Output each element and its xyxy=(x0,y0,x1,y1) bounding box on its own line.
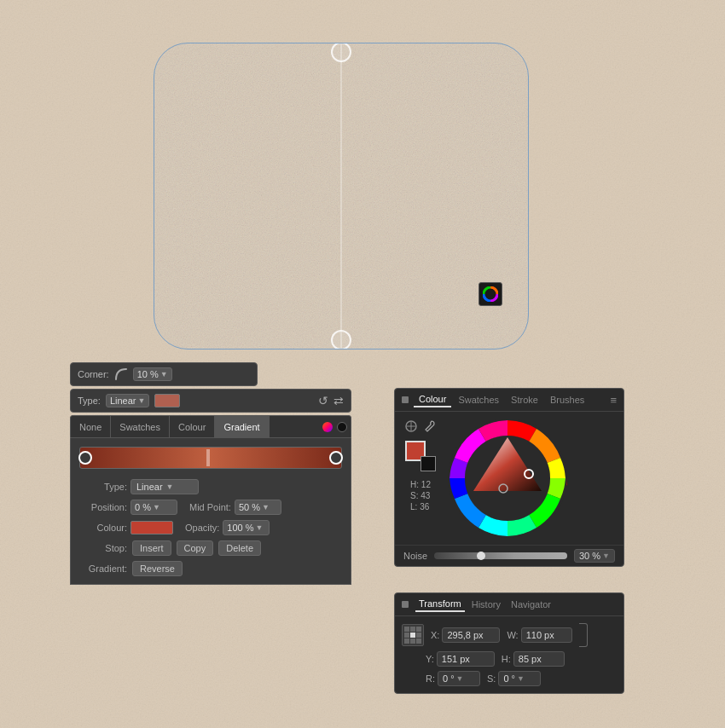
tab-gradient[interactable]: Gradient xyxy=(215,416,269,437)
h-input[interactable]: 85 px xyxy=(513,651,565,667)
position-dropdown[interactable]: 0 % ▼ xyxy=(130,500,177,515)
gradient-stop-left[interactable] xyxy=(78,451,92,465)
gradient-reverse-row: Gradient: Reverse xyxy=(71,558,351,579)
align-grid[interactable] xyxy=(402,624,424,646)
tab-stroke-right[interactable]: Stroke xyxy=(506,393,543,407)
tool-row-1 xyxy=(403,419,438,434)
pipette-btn[interactable] xyxy=(422,419,438,434)
tab-colour-active[interactable]: Colour xyxy=(414,392,451,407)
tab-swatches[interactable]: Swatches xyxy=(111,416,170,437)
colour-swatch[interactable] xyxy=(130,521,173,534)
copy-btn[interactable]: Copy xyxy=(177,540,214,556)
transform-row-1: X: 295,8 px W: 110 px xyxy=(402,623,617,647)
tab-brushes-right[interactable]: Brushes xyxy=(545,393,589,407)
y-input[interactable]: 151 px xyxy=(437,651,495,667)
type-color-swatch[interactable] xyxy=(154,394,180,407)
gradient-fields: Type: Linear ▼ Position: 0 % ▼ Mid Point… xyxy=(70,473,351,585)
corner-bar: Corner: 10 % ▼ xyxy=(70,362,258,386)
midpoint-label: Mid Point: xyxy=(189,502,231,512)
position-label: Position: xyxy=(78,502,127,512)
corner-type-icon xyxy=(114,367,128,381)
type-label: Type: xyxy=(78,396,101,406)
delete-btn[interactable]: Delete xyxy=(218,540,261,556)
x-input[interactable]: 295,8 px xyxy=(442,627,500,643)
tab-colour[interactable]: Colour xyxy=(170,416,215,437)
gradient-bar-section xyxy=(70,438,351,475)
hsl-values: H: 12 S: 43 L: 36 xyxy=(410,480,431,511)
opacity-dropdown[interactable]: 100 % ▼ xyxy=(223,520,270,535)
noise-row: Noise 30 % ▼ xyxy=(395,545,624,566)
colour-tools: H: 12 S: 43 L: 36 xyxy=(402,419,439,538)
canvas-area xyxy=(145,26,537,350)
stop-label: Stop: xyxy=(78,543,127,553)
noise-label: Noise xyxy=(403,551,427,561)
w-field-group: W: 110 px xyxy=(507,627,571,643)
swatch-bg[interactable] xyxy=(420,456,436,471)
h-value: H: 12 xyxy=(410,480,431,489)
swatch-pair xyxy=(405,441,436,471)
w-input[interactable]: 110 px xyxy=(521,627,572,643)
stop-row: Stop: Insert Copy Delete xyxy=(71,538,351,558)
transform-header: Transform History Navigator xyxy=(395,593,624,616)
transform-drag-handle xyxy=(402,601,409,608)
w-label: W: xyxy=(507,630,518,640)
noise-value-dropdown[interactable]: 30 % ▼ xyxy=(574,549,615,563)
eyedropper-btn[interactable] xyxy=(403,419,419,434)
gradient-handle-bottom[interactable] xyxy=(331,330,351,350)
insert-btn[interactable]: Insert xyxy=(132,540,171,556)
tab-icons xyxy=(318,416,351,437)
transform-body: X: 295,8 px W: 110 px Y: 151 px H: 85 px xyxy=(395,616,624,693)
h-field-group: H: 85 px xyxy=(502,651,565,667)
tab-transform[interactable]: Transform xyxy=(415,597,465,612)
corner-label: Corner: xyxy=(78,369,109,379)
wh-link-icon[interactable] xyxy=(579,623,588,647)
l-value: L: 36 xyxy=(410,502,431,511)
type-dropdown[interactable]: Linear ▼ xyxy=(106,394,150,407)
colour-panel-header: Colour Swatches Stroke Brushes ≡ xyxy=(395,389,624,412)
s-dropdown[interactable]: 0 ° ▼ xyxy=(498,671,541,686)
gradient-type-dropdown[interactable]: Linear ▼ xyxy=(130,479,199,494)
opacity-label: Opacity: xyxy=(185,523,219,533)
svg-point-1 xyxy=(322,422,333,432)
panel-menu-icon[interactable]: ≡ xyxy=(610,394,617,407)
tab-none[interactable]: None xyxy=(71,416,111,437)
transform-panel: Transform History Navigator X: 295,8 px xyxy=(394,592,624,694)
gradient-type-row: Type: Linear ▼ xyxy=(71,477,351,497)
s-value: S: 43 xyxy=(410,491,431,500)
tab-circle-dark xyxy=(337,422,347,432)
tab-history[interactable]: History xyxy=(468,598,504,611)
tab-swatches-right[interactable]: Swatches xyxy=(453,393,504,407)
gradient-handle-top[interactable] xyxy=(331,43,351,62)
s-label: S: xyxy=(487,673,496,684)
swap-btn[interactable]: ⇄ xyxy=(334,394,344,407)
colour-body: H: 12 S: 43 L: 36 xyxy=(395,412,624,545)
noise-slider-handle[interactable] xyxy=(477,552,485,560)
x-field-group: X: 295,8 px xyxy=(431,627,500,643)
transform-row-3: R: 0 ° ▼ S: 0 ° ▼ xyxy=(426,671,617,686)
color-wheel-container[interactable] xyxy=(448,419,567,538)
noise-slider[interactable] xyxy=(434,552,567,559)
colour-label: Colour: xyxy=(78,523,127,533)
color-icon-button[interactable] xyxy=(478,282,502,306)
colour-opacity-row: Colour: Opacity: 100 % ▼ xyxy=(71,517,351,538)
position-midpoint-row: Position: 0 % ▼ Mid Point: 50 % ▼ xyxy=(71,497,351,517)
corner-value-dropdown[interactable]: 10 % ▼ xyxy=(133,367,172,381)
panel-drag-handle xyxy=(402,396,409,403)
shape-rect[interactable] xyxy=(154,43,529,350)
tab-navigator[interactable]: Navigator xyxy=(508,598,554,611)
reverse-btn[interactable]: Reverse xyxy=(132,561,183,576)
gradient-line xyxy=(341,43,342,349)
gradient-stop-right[interactable] xyxy=(329,451,343,465)
type-bar: Type: Linear ▼ ↺ ⇄ xyxy=(70,389,351,413)
h-label: H: xyxy=(502,654,511,664)
midpoint-dropdown[interactable]: 50 % ▼ xyxy=(235,500,281,515)
gradient-bar[interactable] xyxy=(79,447,342,469)
gradient-label: Gradient: xyxy=(78,563,127,574)
gradient-midpoint-marker[interactable] xyxy=(206,449,210,466)
reset-btn[interactable]: ↺ xyxy=(318,394,328,407)
corner-dropdown-arrow: ▼ xyxy=(160,370,168,378)
y-field-group: Y: 151 px xyxy=(426,651,495,667)
r-dropdown[interactable]: 0 ° ▼ xyxy=(438,671,480,686)
gradient-type-label: Type: xyxy=(78,482,127,492)
r-label: R: xyxy=(426,673,435,684)
